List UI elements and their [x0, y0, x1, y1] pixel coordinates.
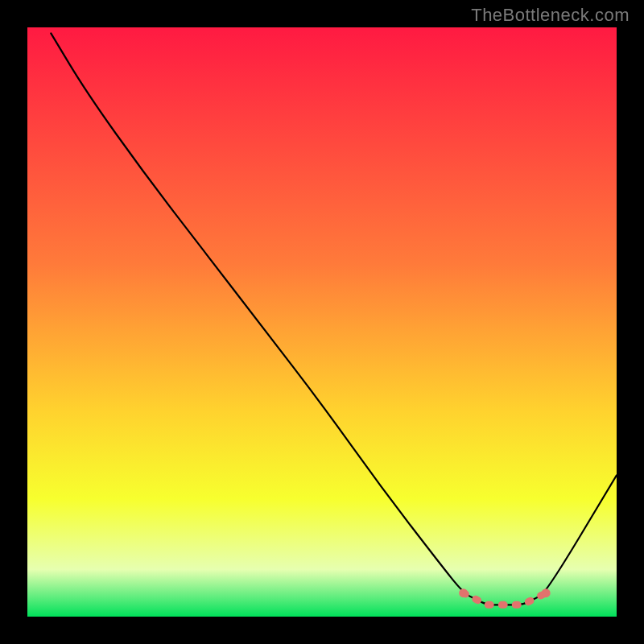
optimal-zone-endpoint [542, 588, 551, 597]
optimal-zone-endpoint [459, 588, 468, 597]
bottleneck-chart [0, 0, 644, 644]
chart-frame: TheBottleneck.com [0, 0, 644, 644]
plot-background [27, 27, 617, 617]
watermark-text: TheBottleneck.com [471, 5, 630, 26]
